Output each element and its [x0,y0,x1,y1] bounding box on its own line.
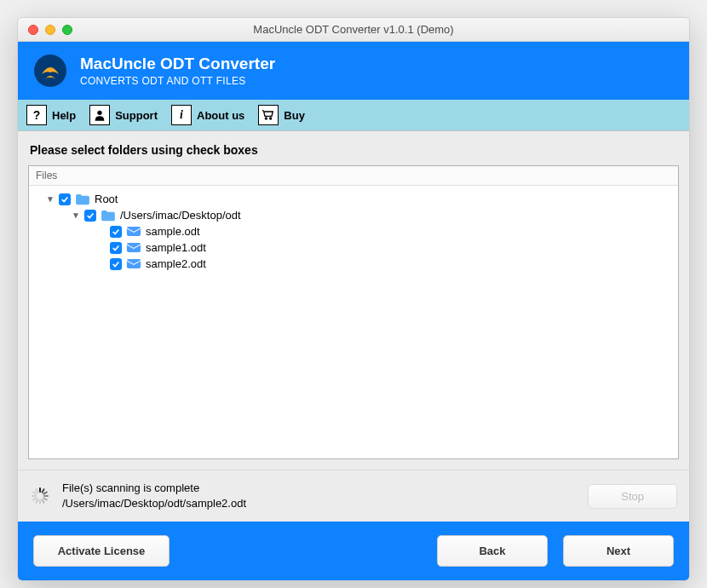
support-icon [89,105,110,125]
svg-rect-4 [127,227,141,236]
about-button[interactable]: i About us [171,105,244,125]
info-icon: i [171,105,192,125]
activate-license-button[interactable]: Activate License [33,535,170,567]
folder-icon [101,210,116,222]
folder-icon [75,193,90,205]
tree-row-folder[interactable]: ▼ /Users/imac/Desktop/odt [34,207,673,223]
svg-rect-6 [127,259,141,268]
svg-point-3 [270,118,272,119]
tree-label-root: Root [95,193,118,205]
bottom-bar: Activate License Back Next [18,522,689,580]
tree-row-file[interactable]: sample1.odt [34,239,673,256]
files-column-header: Files [29,166,678,186]
about-label: About us [197,109,244,122]
checkbox-file[interactable] [110,258,122,270]
status-text: File(s) scanning is complete /Users/imac… [62,481,246,511]
svg-line-9 [43,493,46,494]
stop-button[interactable]: Stop [588,484,677,509]
file-icon [126,226,141,238]
support-button[interactable]: Support [89,105,158,125]
checkbox-folder[interactable] [84,210,96,222]
tree-label-file: sample2.odt [146,257,206,270]
titlebar: MacUncle ODT Converter v1.0.1 (Demo) [18,18,689,42]
file-icon [126,242,141,254]
svg-line-18 [37,489,38,492]
tree-label-file: sample1.odt [146,241,206,254]
checkbox-root[interactable] [59,193,71,205]
app-window: MacUncle ODT Converter v1.0.1 (Demo) Mac… [17,17,690,581]
app-subtitle: CONVERTS ODT AND OTT FILES [80,75,275,87]
buy-button[interactable]: Buy [258,105,305,125]
svg-line-14 [37,500,38,503]
app-logo-icon [33,54,67,88]
svg-line-8 [43,489,44,492]
spinner-icon [30,486,50,506]
status-left: File(s) scanning is complete /Users/imac… [30,481,246,511]
toolbar: ? Help Support i About us Buy [18,100,689,131]
help-icon: ? [26,105,47,125]
tree-row-file[interactable]: sample2.odt [34,256,673,272]
files-panel: Files ▼ Root ▼ [28,165,679,459]
window-title: MacUncle ODT Converter v1.0.1 (Demo) [18,23,689,36]
svg-point-1 [98,111,102,115]
tree-label-folder: /Users/imac/Desktop/odt [120,209,241,222]
bottom-right-buttons: Back Next [437,535,674,567]
svg-line-12 [43,500,44,503]
svg-rect-5 [127,243,141,252]
support-label: Support [115,109,158,122]
disclosure-triangle-icon[interactable]: ▼ [72,210,80,220]
tree-row-root[interactable]: ▼ Root [34,191,673,207]
next-button[interactable]: Next [563,535,674,567]
file-icon [126,258,141,270]
disclosure-triangle-icon[interactable]: ▼ [46,194,55,204]
buy-label: Buy [284,109,305,122]
back-button[interactable]: Back [437,535,548,567]
cart-icon [258,105,279,125]
checkbox-file[interactable] [110,242,122,254]
checkbox-file[interactable] [110,226,122,238]
tree-row-file[interactable]: sample.odt [34,223,673,239]
status-line-2: /Users/imac/Desktop/odt/sample2.odt [62,496,246,511]
tree-label-file: sample.odt [146,225,200,238]
help-button[interactable]: ? Help [26,105,76,125]
svg-point-2 [266,118,267,119]
status-area: File(s) scanning is complete /Users/imac… [18,470,689,522]
files-wrapper: Files ▼ Root ▼ [18,165,689,470]
app-name: MacUncle ODT Converter [80,55,275,73]
svg-line-17 [33,493,36,494]
svg-line-11 [43,499,46,500]
svg-line-15 [33,499,36,500]
status-line-1: File(s) scanning is complete [62,481,246,496]
instruction-text: Please select folders using check boxes [18,131,689,165]
app-header: MacUncle ODT Converter CONVERTS ODT AND … [18,42,689,100]
help-label: Help [52,109,76,122]
header-text: MacUncle ODT Converter CONVERTS ODT AND … [80,55,275,87]
file-tree[interactable]: ▼ Root ▼ /U [29,186,678,458]
